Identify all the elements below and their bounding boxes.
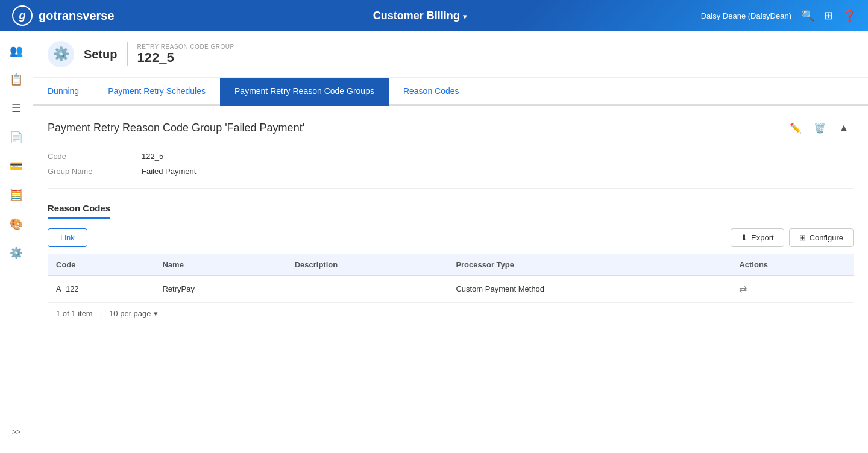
reason-codes-table: Code Name Description Processor Type Act… (48, 254, 854, 302)
collapse-button[interactable]: ▲ (834, 118, 854, 137)
sidebar-item-gear[interactable]: ⚙️ (4, 241, 28, 265)
tab-dunning[interactable]: Dunning (33, 78, 93, 106)
col-actions: Actions (731, 254, 854, 276)
row-processor-type: Custom Payment Method (447, 276, 731, 302)
row-description (286, 276, 448, 302)
per-page-selector[interactable]: 10 per page ▾ (109, 309, 157, 318)
pagination: 1 of 1 item | 10 per page ▾ (48, 302, 854, 324)
group-name-label: Group Name (48, 167, 132, 176)
app-title[interactable]: Customer Billing ▾ (139, 10, 701, 22)
tab-reason-codes[interactable]: Reason Codes (389, 78, 474, 106)
sidebar-item-palette[interactable]: 🎨 (4, 212, 28, 236)
sidebar-item-card[interactable]: 💳 (4, 154, 28, 178)
tab-payment-retry-reason-code-groups[interactable]: Payment Retry Reason Code Groups (220, 78, 389, 106)
breadcrumb: RETRY REASON CODE GROUP (137, 43, 234, 50)
reason-codes-section: Reason Codes Link ⬇ Export ⊞ Configure (48, 203, 854, 324)
tabs-bar: Dunning Payment Retry Schedules Payment … (33, 78, 868, 106)
grid-icon[interactable]: ⊞ (824, 9, 833, 22)
configure-button[interactable]: ⊞ Configure (789, 228, 854, 247)
export-button[interactable]: ⬇ Export (731, 228, 784, 247)
code-label: Code (48, 152, 132, 161)
sidebar-item-people[interactable]: 👥 (4, 39, 28, 63)
table-row: A_122 RetryPay Custom Payment Method ⇄ (48, 276, 854, 302)
row-name: RetryPay (154, 276, 286, 302)
group-name-value: Failed Payment (142, 167, 854, 176)
search-icon[interactable]: 🔍 (801, 9, 814, 22)
brand-name: gotransverse (39, 9, 115, 23)
header-text: RETRY REASON CODE GROUP 122_5 (137, 43, 234, 66)
list-icon: ☰ (11, 102, 21, 115)
people-icon: 👥 (10, 44, 23, 57)
palette-icon: 🎨 (10, 217, 23, 231)
export-icon: ⬇ (741, 233, 747, 242)
header-divider (127, 42, 128, 66)
row-actions: ⇄ (731, 276, 854, 302)
document-icon: 📄 (10, 131, 23, 144)
delete-button[interactable]: 🗑️ (810, 118, 829, 137)
brand-logo[interactable]: g gotransverse (12, 5, 115, 26)
reason-codes-tab-label[interactable]: Reason Codes (48, 203, 110, 219)
setup-icon: ⚙️ (48, 41, 74, 67)
calculator-icon: 🧮 (10, 189, 23, 202)
code-value: 122_5 (142, 152, 854, 161)
row-code: A_122 (48, 276, 154, 302)
sidebar-item-copy[interactable]: 📋 (4, 67, 28, 92)
tab-payment-retry-schedules[interactable]: Payment Retry Schedules (93, 78, 220, 106)
sidebar-item-document[interactable]: 📄 (4, 125, 28, 149)
per-page-chevron-icon: ▾ (154, 309, 158, 318)
section-header: Payment Retry Reason Code Group 'Failed … (48, 118, 854, 137)
main-content: ⚙️ Setup RETRY REASON CODE GROUP 122_5 D… (33, 31, 868, 453)
logo-icon: g (12, 5, 33, 26)
pagination-divider: | (100, 309, 102, 318)
unlink-icon[interactable]: ⇄ (739, 284, 747, 294)
pagination-items-text: 1 of 1 item (56, 309, 93, 318)
section-body: Payment Retry Reason Code Group 'Failed … (33, 106, 868, 336)
user-name[interactable]: Daisy Deane (DaisyDean) (701, 11, 791, 20)
copy-icon: 📋 (10, 73, 23, 86)
section-actions: ✏️ 🗑️ ▲ (786, 118, 854, 137)
table-header-row: Code Name Description Processor Type Act… (48, 254, 854, 276)
setup-label: Setup (84, 48, 118, 61)
gear-icon: ⚙️ (10, 246, 23, 260)
col-code: Code (48, 254, 154, 276)
top-nav: g gotransverse Customer Billing ▾ Daisy … (0, 0, 868, 31)
page-title: 122_5 (137, 50, 234, 66)
col-description: Description (286, 254, 448, 276)
col-name: Name (154, 254, 286, 276)
edit-button[interactable]: ✏️ (786, 118, 805, 137)
sidebar-expand-button[interactable]: >> (4, 423, 28, 441)
sidebar-item-calculator[interactable]: 🧮 (4, 183, 28, 207)
card-icon: 💳 (10, 160, 23, 173)
detail-grid: Code 122_5 Group Name Failed Payment (48, 147, 854, 189)
reason-codes-toolbar: Link ⬇ Export ⊞ Configure (48, 228, 854, 247)
sidebar: 👥 📋 ☰ 📄 💳 🧮 🎨 ⚙️ >> (0, 31, 33, 453)
page-header: ⚙️ Setup RETRY REASON CODE GROUP 122_5 (33, 31, 868, 78)
link-button[interactable]: Link (48, 228, 87, 247)
toolbar-right: ⬇ Export ⊞ Configure (731, 228, 854, 247)
col-processor-type: Processor Type (447, 254, 731, 276)
help-icon[interactable]: ❓ (843, 9, 856, 22)
configure-icon: ⊞ (799, 233, 806, 242)
top-nav-right: Daisy Deane (DaisyDean) 🔍 ⊞ ❓ (701, 9, 856, 22)
sidebar-item-list[interactable]: ☰ (4, 96, 28, 120)
app-title-dropdown-arrow: ▾ (463, 13, 467, 21)
section-title: Payment Retry Reason Code Group 'Failed … (48, 122, 304, 134)
